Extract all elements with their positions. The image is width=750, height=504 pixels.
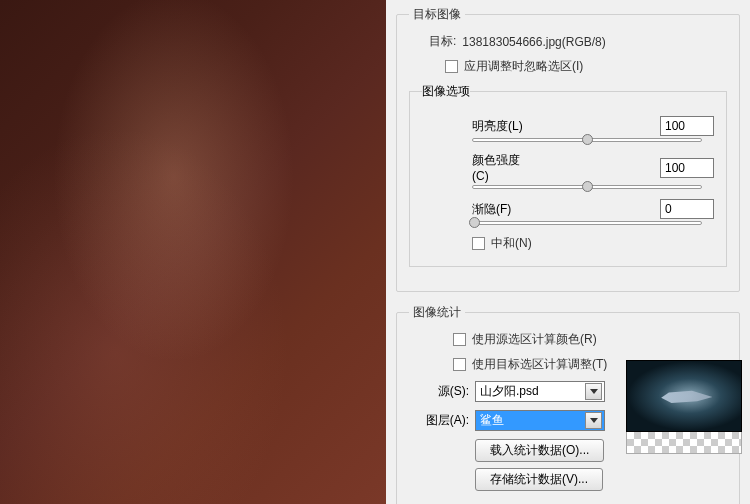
use-source-selection-label: 使用源选区计算颜色(R): [472, 331, 597, 348]
use-source-selection-checkbox[interactable]: [453, 333, 466, 346]
fade-slider[interactable]: [472, 221, 702, 225]
fade-control: 渐隐(F): [422, 199, 714, 225]
color-intensity-control: 颜色强度(C): [422, 152, 714, 189]
source-thumbnail: [626, 360, 750, 454]
image-statistics-legend: 图像统计: [409, 304, 465, 321]
neutralize-checkbox[interactable]: [472, 237, 485, 250]
svg-marker-0: [590, 389, 598, 394]
ignore-selection-checkbox[interactable]: [445, 60, 458, 73]
document-canvas-preview: [0, 0, 386, 504]
target-value: 138183054666.jpg(RGB/8): [462, 35, 605, 49]
source-select-value: 山夕阳.psd: [480, 383, 539, 400]
svg-marker-1: [590, 418, 598, 423]
color-intensity-slider[interactable]: [472, 185, 702, 189]
target-label: 目标:: [429, 33, 456, 50]
color-intensity-input[interactable]: [660, 158, 714, 178]
fade-label: 渐隐(F): [422, 201, 536, 218]
brightness-label: 明亮度(L): [422, 118, 536, 135]
brightness-slider[interactable]: [472, 138, 702, 142]
ignore-selection-label: 应用调整时忽略选区(I): [464, 58, 583, 75]
source-thumbnail-image: [626, 360, 742, 432]
image-statistics-group: 图像统计 使用源选区计算颜色(R) 使用目标选区计算调整(T) 源(S): 山夕…: [396, 304, 740, 504]
use-target-selection-label: 使用目标选区计算调整(T): [472, 356, 607, 373]
source-label: 源(S):: [409, 383, 469, 400]
save-statistics-button[interactable]: 存储统计数据(V)...: [475, 468, 603, 491]
layer-select-value: 鲨鱼: [480, 412, 504, 429]
color-intensity-label: 颜色强度(C): [422, 152, 536, 183]
layer-select[interactable]: 鲨鱼: [475, 410, 605, 431]
brightness-input[interactable]: [660, 116, 714, 136]
load-statistics-button[interactable]: 载入统计数据(O)...: [475, 439, 604, 462]
image-options-group: 图像选项 明亮度(L) 颜色强度(C): [409, 83, 727, 267]
image-options-legend: 图像选项: [422, 83, 470, 100]
neutralize-label: 中和(N): [491, 235, 532, 252]
source-select[interactable]: 山夕阳.psd: [475, 381, 605, 402]
fade-input[interactable]: [660, 199, 714, 219]
use-target-selection-checkbox[interactable]: [453, 358, 466, 371]
transparency-checker: [626, 432, 742, 454]
chevron-down-icon: [585, 412, 602, 429]
brightness-control: 明亮度(L): [422, 116, 714, 142]
target-image-group: 目标图像 目标: 138183054666.jpg(RGB/8) 应用调整时忽略…: [396, 6, 740, 292]
layer-label: 图层(A):: [409, 412, 469, 429]
chevron-down-icon: [585, 383, 602, 400]
match-color-panel: 目标图像 目标: 138183054666.jpg(RGB/8) 应用调整时忽略…: [386, 0, 750, 504]
target-image-legend: 目标图像: [409, 6, 465, 23]
